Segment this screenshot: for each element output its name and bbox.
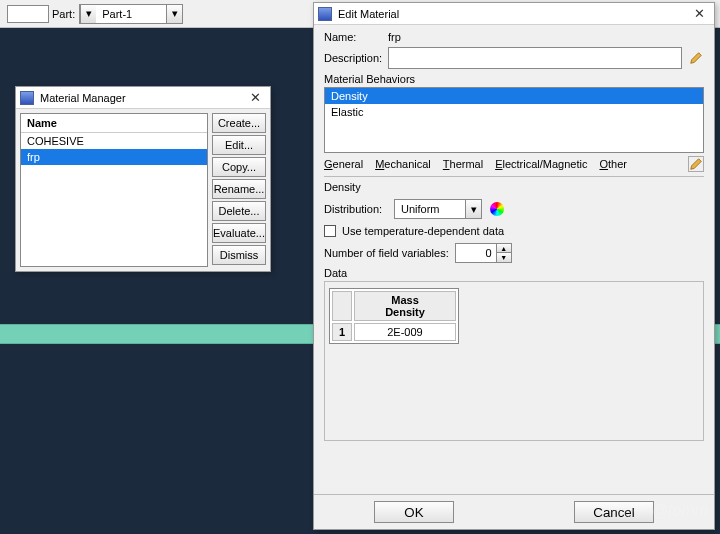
- material-list[interactable]: Name COHESIVE frp: [20, 113, 208, 267]
- watermark: 知乎 @tomm: [615, 501, 708, 522]
- material-list-item[interactable]: frp: [21, 149, 207, 165]
- copy-button[interactable]: Copy...: [212, 157, 266, 177]
- data-label: Data: [324, 267, 704, 279]
- material-list-header: Name: [21, 114, 207, 133]
- toolbar-segment[interactable]: [7, 5, 49, 23]
- pencil-icon[interactable]: [688, 156, 704, 172]
- checkbox-box[interactable]: [324, 225, 336, 237]
- material-list-item[interactable]: COHESIVE: [21, 133, 207, 149]
- material-manager-title: Material Manager: [40, 92, 244, 104]
- create-button[interactable]: Create...: [212, 113, 266, 133]
- temperature-checkbox[interactable]: Use temperature-dependent data: [324, 225, 704, 237]
- pencil-icon[interactable]: [688, 50, 704, 66]
- ok-button[interactable]: OK: [374, 501, 454, 523]
- table-col-header: MassDensity: [354, 291, 456, 321]
- rename-button[interactable]: Rename...: [212, 179, 266, 199]
- name-label: Name:: [324, 31, 388, 43]
- behavior-item[interactable]: Density: [325, 88, 703, 104]
- field-vars-label: Number of field variables:: [324, 247, 449, 259]
- table-row[interactable]: 1 2E-009: [332, 323, 456, 341]
- menu-electrical[interactable]: Electrical/Magnetic: [495, 158, 587, 170]
- behavior-item[interactable]: Elastic: [325, 104, 703, 120]
- chevron-down-icon[interactable]: ▾: [465, 200, 481, 218]
- chevron-down-icon[interactable]: ▾: [80, 5, 96, 23]
- chevron-down-icon[interactable]: ▾: [166, 5, 182, 23]
- evaluate-button[interactable]: Evaluate...: [212, 223, 266, 243]
- dismiss-button[interactable]: Dismiss: [212, 245, 266, 265]
- menu-mechanical[interactable]: Mechanical: [375, 158, 431, 170]
- name-value: frp: [388, 31, 401, 43]
- behaviors-label: Material Behaviors: [324, 73, 704, 85]
- table-cell[interactable]: 2E-009: [354, 323, 456, 341]
- part-combo-value: Part-1: [96, 6, 166, 22]
- part-combo[interactable]: ▾ Part-1 ▾: [79, 4, 183, 24]
- material-manager-titlebar: Material Manager ✕: [16, 87, 270, 109]
- behaviors-list[interactable]: Density Elastic: [324, 87, 704, 153]
- field-vars-value: 0: [456, 245, 496, 261]
- edit-material-titlebar: Edit Material ✕: [314, 3, 714, 25]
- app-icon: [318, 7, 332, 21]
- material-manager-window: Material Manager ✕ Name COHESIVE frp Cre…: [15, 86, 271, 272]
- description-label: Description:: [324, 52, 388, 64]
- temperature-checkbox-label: Use temperature-dependent data: [342, 225, 504, 237]
- table-corner: [332, 291, 352, 321]
- behavior-menu: General Mechanical Thermal Electrical/Ma…: [324, 153, 704, 177]
- menu-general[interactable]: General: [324, 158, 363, 170]
- density-title: Density: [324, 181, 704, 193]
- edit-material-window: Edit Material ✕ Name: frp Description: M…: [313, 2, 715, 530]
- distribution-label: Distribution:: [324, 203, 394, 215]
- menu-other[interactable]: Other: [599, 158, 627, 170]
- close-icon[interactable]: ✕: [688, 5, 710, 23]
- menu-thermal[interactable]: Thermal: [443, 158, 483, 170]
- density-table[interactable]: MassDensity 1 2E-009: [329, 288, 459, 344]
- part-label: Part:: [52, 8, 75, 20]
- color-icon[interactable]: [490, 202, 504, 216]
- step-down-icon[interactable]: ▼: [497, 253, 511, 262]
- close-icon[interactable]: ✕: [244, 89, 266, 107]
- data-frame: MassDensity 1 2E-009: [324, 281, 704, 441]
- table-row-number: 1: [332, 323, 352, 341]
- delete-button[interactable]: Delete...: [212, 201, 266, 221]
- step-up-icon[interactable]: ▲: [497, 244, 511, 253]
- edit-button[interactable]: Edit...: [212, 135, 266, 155]
- distribution-combo[interactable]: Uniform ▾: [394, 199, 482, 219]
- field-vars-stepper[interactable]: 0 ▲ ▼: [455, 243, 512, 263]
- description-input[interactable]: [388, 47, 682, 69]
- app-icon: [20, 91, 34, 105]
- edit-material-title: Edit Material: [338, 8, 688, 20]
- distribution-value: Uniform: [395, 201, 465, 217]
